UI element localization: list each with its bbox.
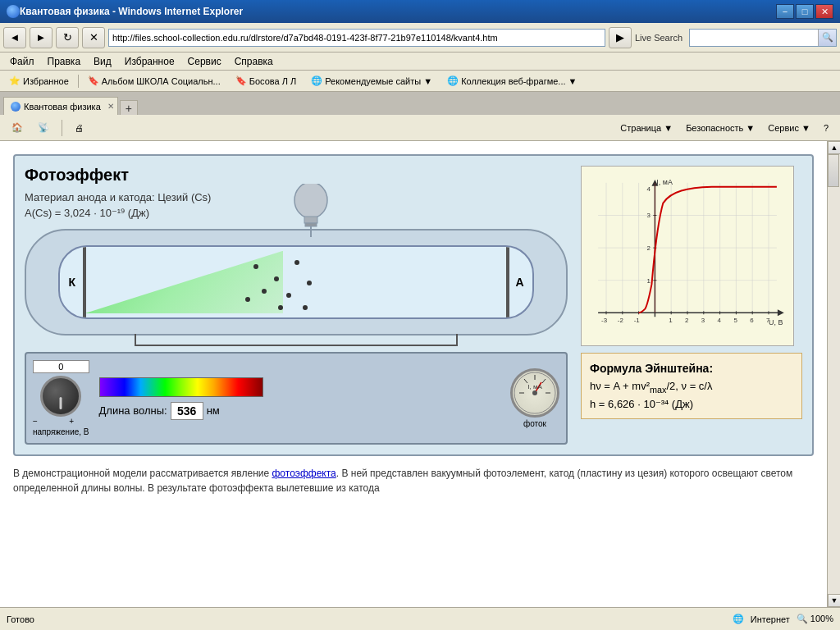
svg-point-0 xyxy=(294,184,327,218)
back-button[interactable]: ◄ xyxy=(3,27,26,48)
knob-plus: + xyxy=(69,417,74,426)
feeds-icon: 📡 xyxy=(38,122,49,133)
svg-point-9 xyxy=(307,281,312,285)
refresh-button[interactable]: ↻ xyxy=(56,27,79,48)
ammeter-section: I, мА фоток xyxy=(510,368,559,428)
anode-label: А xyxy=(515,276,523,289)
scroll-up-button[interactable]: ▲ xyxy=(828,141,840,154)
ie-icon xyxy=(7,5,20,18)
svg-text:4: 4 xyxy=(718,317,722,324)
knob-minus: − xyxy=(33,417,38,426)
svg-line-17 xyxy=(542,379,546,383)
page-button[interactable]: Страница ▼ xyxy=(615,121,678,135)
cathode-label: К xyxy=(68,276,75,289)
go-button[interactable]: ▶ xyxy=(609,27,632,48)
svg-text:2: 2 xyxy=(647,244,651,252)
svg-rect-2 xyxy=(305,223,317,226)
window-controls: − □ ✕ xyxy=(776,4,833,19)
maximize-button[interactable]: □ xyxy=(796,4,814,19)
safety-button[interactable]: Безопасность ▼ xyxy=(681,121,760,135)
new-tab-button[interactable]: + xyxy=(120,100,138,115)
tab-close-button[interactable]: ✕ xyxy=(107,102,114,111)
favorites-button[interactable]: ⭐ Избранное xyxy=(3,73,75,89)
star-icon: ⭐ xyxy=(9,75,21,86)
svg-text:U, В: U, В xyxy=(769,318,783,326)
current-label: фоток xyxy=(510,419,559,428)
minimize-button[interactable]: − xyxy=(776,4,794,19)
menu-bar: Файл Правка Вид Избранное Сервис Справка xyxy=(0,52,840,71)
scroll-thumb[interactable] xyxy=(828,154,839,187)
menu-edit[interactable]: Правка xyxy=(41,54,88,69)
tab-label: Квантовая физика xyxy=(24,102,101,112)
photoeffect-link[interactable]: фотоэффекта xyxy=(272,468,336,479)
search-input[interactable] xyxy=(690,31,818,44)
svg-rect-1 xyxy=(304,217,317,223)
wavelength-value: 536 xyxy=(171,402,203,420)
toolbar-separator xyxy=(62,120,62,136)
scroll-track[interactable] xyxy=(828,154,840,594)
menu-favorites[interactable]: Избранное xyxy=(118,54,181,69)
spectrum-bar[interactable] xyxy=(99,377,263,397)
home-button[interactable]: 🏠 xyxy=(7,121,28,135)
fav-icon-1: 🔖 xyxy=(88,75,99,86)
zoom-level: 🔍 100% xyxy=(797,614,833,624)
fav-item-2[interactable]: 🔖 Босова Л Л xyxy=(230,73,302,89)
status-bar: Готово 🌐 Интернет 🔍 100% xyxy=(0,607,840,630)
voltage-knob-section: 0 − + напряжение, В xyxy=(33,360,89,436)
light-bulb xyxy=(286,184,336,240)
physics-left-panel: Фотоэффект Материал анода и катода: Цези… xyxy=(25,166,568,445)
physics-container: Фотоэффект Материал анода и катода: Цези… xyxy=(13,154,814,456)
ammeter: I, мА xyxy=(510,368,559,418)
fav-item-1[interactable]: 🔖 Альбом ШКОЛА Социальн... xyxy=(82,73,226,89)
print-icon: 🖨 xyxy=(75,123,84,133)
svg-point-4 xyxy=(253,264,258,269)
svg-point-5 xyxy=(274,276,279,281)
description-text: В демонстрационной модели рассматриваетс… xyxy=(13,466,814,495)
address-input[interactable] xyxy=(108,29,605,47)
menu-help[interactable]: Справка xyxy=(228,54,280,69)
svg-point-12 xyxy=(303,305,308,310)
close-button[interactable]: ✕ xyxy=(815,4,833,19)
graph-svg: I, мА U, В xyxy=(590,175,785,337)
title-bar: Квантовая физика - Windows Internet Expl… xyxy=(0,0,840,23)
live-search-label: Live Search xyxy=(635,33,682,43)
fav-icon-4: 🌐 xyxy=(447,75,459,86)
tools-button[interactable]: Сервис ▼ xyxy=(763,121,815,135)
svg-text:-3: -3 xyxy=(601,317,608,324)
knob-indicator xyxy=(60,397,62,409)
svg-point-10 xyxy=(245,297,250,302)
menu-file[interactable]: Файл xyxy=(3,54,41,69)
wavelength-unit: нм xyxy=(207,404,220,417)
fav-item-4[interactable]: 🌐 Коллекция веб-фрагме... ▼ xyxy=(441,73,582,89)
menu-view[interactable]: Вид xyxy=(87,54,118,69)
svg-text:6: 6 xyxy=(750,317,754,324)
stop-button[interactable]: ✕ xyxy=(82,27,105,48)
help-button[interactable]: ? xyxy=(819,121,833,135)
physics-title: Фотоэффект xyxy=(25,166,568,185)
fav-item-3[interactable]: 🌐 Рекомендуемые сайты ▼ xyxy=(305,73,438,89)
menu-tools[interactable]: Сервис xyxy=(181,54,228,69)
print-button[interactable]: 🖨 xyxy=(70,121,89,135)
svg-text:1: 1 xyxy=(669,317,673,324)
knob-labels: − + xyxy=(33,417,74,426)
search-box: 🔍 xyxy=(689,29,837,47)
fav-icon-3: 🌐 xyxy=(311,75,322,86)
address-bar: ◄ ► ↻ ✕ ▶ Live Search 🔍 xyxy=(0,23,840,52)
formula-title: Формула Эйнштейна: xyxy=(590,362,793,375)
favorites-bar: ⭐ Избранное 🔖 Альбом ШКОЛА Социальн... 🔖… xyxy=(0,71,840,92)
feeds-button[interactable]: 📡 xyxy=(33,121,54,135)
svg-point-20 xyxy=(532,390,537,395)
scrollbar: ▲ ▼ xyxy=(827,141,840,607)
anode-plate xyxy=(506,247,509,318)
main-content: Фотоэффект Материал анода и катода: Цези… xyxy=(0,141,827,607)
forward-button[interactable]: ► xyxy=(30,27,52,48)
tab-quantum[interactable]: Квантовая физика ✕ xyxy=(3,97,118,115)
home-icon: 🏠 xyxy=(11,122,23,133)
scroll-down-button[interactable]: ▼ xyxy=(828,594,840,607)
status-right: 🌐 Интернет 🔍 100% xyxy=(733,614,833,624)
search-button[interactable]: 🔍 xyxy=(818,30,836,46)
tube-body: К А xyxy=(25,229,568,336)
cathode-plate xyxy=(83,247,86,318)
voltage-knob[interactable] xyxy=(40,376,81,417)
svg-text:3: 3 xyxy=(701,317,705,324)
